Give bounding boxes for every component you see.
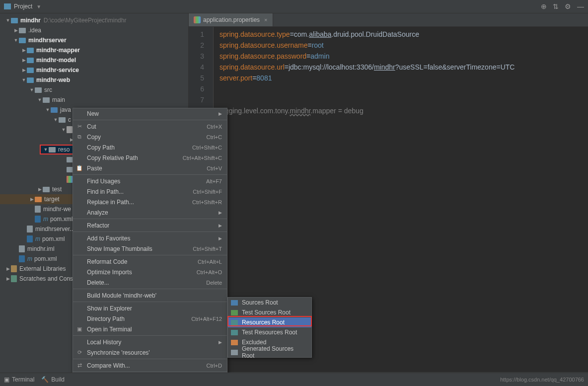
- folder-icon: [231, 320, 238, 325]
- tree-item-src[interactable]: src: [0, 85, 188, 95]
- tree-item-main[interactable]: main: [0, 95, 188, 105]
- menu-show-img[interactable]: Show Image ThumbnailsCtrl+Shift+T: [73, 243, 227, 254]
- tree-item-service[interactable]: mindhr-service: [0, 65, 188, 75]
- menu-refactor[interactable]: Refactor▶: [73, 220, 227, 231]
- collapse-icon[interactable]: ⇅: [553, 2, 559, 10]
- menu-local-history[interactable]: Local History▶: [73, 337, 227, 347]
- folder-icon: [231, 340, 238, 345]
- tab-label: application.properties: [203, 16, 260, 23]
- submenu-generated-sources[interactable]: Generated Sources Root: [228, 347, 311, 357]
- terminal-icon: ▣: [4, 376, 9, 383]
- menu-copy-path[interactable]: Copy PathCtrl+Shift+C: [73, 142, 227, 153]
- scissors-icon: ✂: [76, 123, 83, 130]
- folder-icon: [231, 350, 238, 355]
- folder-icon: [231, 300, 238, 306]
- hammer-icon: 🔨: [41, 376, 49, 383]
- menu-cut[interactable]: ✂CutCtrl+X: [73, 121, 227, 132]
- menu-replace-in-path[interactable]: Replace in Path...Ctrl+Shift+R: [73, 197, 227, 207]
- menu-compare[interactable]: ⇄Compare With...Ctrl+D: [73, 360, 227, 371]
- terminal-button[interactable]: ▣Terminal: [4, 376, 34, 383]
- project-icon: [4, 3, 11, 9]
- folder-icon: [231, 310, 238, 315]
- properties-file-icon: [194, 16, 201, 23]
- context-menu: New▶ ✂CutCtrl+X ⧉CopyCtrl+C Copy PathCtr…: [73, 108, 227, 386]
- menu-sync[interactable]: ⟳Synchronize 'resources': [73, 347, 227, 358]
- mark-directory-submenu: Sources Root Test Sources Root Resources…: [227, 297, 312, 358]
- editor-tab-bar: application.properties ×: [189, 13, 588, 27]
- menu-add-fav[interactable]: Add to Favorites▶: [73, 233, 227, 243]
- menu-show-explorer[interactable]: Show in Explorer: [73, 303, 227, 313]
- menu-reformat[interactable]: Reformat CodeCtrl+Alt+L: [73, 256, 227, 267]
- menu-find-in-path[interactable]: Find in Path...Ctrl+Shift+F: [73, 186, 227, 197]
- menu-find-usages[interactable]: Find UsagesAlt+F7: [73, 176, 227, 186]
- menu-analyze[interactable]: Analyze▶: [73, 207, 227, 218]
- target-icon[interactable]: ⊕: [541, 2, 547, 10]
- compare-icon: ⇄: [76, 362, 83, 369]
- menu-build-module[interactable]: Build Module 'mindhr-web': [73, 290, 227, 301]
- editor-tab[interactable]: application.properties ×: [189, 13, 273, 26]
- sync-icon: ⟳: [76, 349, 83, 356]
- menu-copy[interactable]: ⧉CopyCtrl+C: [73, 132, 227, 142]
- menu-delete[interactable]: Delete...Delete: [73, 277, 227, 288]
- tree-item-model[interactable]: mindhr-model: [0, 55, 188, 65]
- menu-optimize[interactable]: Optimize ImportsCtrl+Alt+O: [73, 267, 227, 277]
- watermark-text: https://blog.csdn.net/qq_42700766: [500, 377, 584, 383]
- tree-root[interactable]: mindhrD:\code\MyGiteeProject\mindhr: [0, 15, 188, 25]
- project-tool-header: Project ▼ ⊕ ⇅ ⚙ —: [0, 0, 588, 13]
- menu-open-terminal[interactable]: ▣Open in Terminal: [73, 324, 227, 334]
- tree-item-idea[interactable]: .idea: [0, 25, 188, 35]
- folder-icon: [231, 330, 238, 335]
- submenu-test-resources-root[interactable]: Test Resources Root: [228, 327, 311, 337]
- tree-item-web[interactable]: mindhr-web: [0, 75, 188, 85]
- tree-item-server[interactable]: mindhrserver: [0, 35, 188, 45]
- minimize-icon[interactable]: —: [577, 2, 584, 10]
- menu-paste[interactable]: 📋PasteCtrl+V: [73, 163, 227, 173]
- menu-copy-rel[interactable]: Copy Relative PathCtrl+Alt+Shift+C: [73, 153, 227, 163]
- tree-item-resources[interactable]: reso: [40, 145, 74, 154]
- project-label[interactable]: Project: [14, 3, 32, 10]
- gear-icon[interactable]: ⚙: [565, 2, 571, 10]
- menu-new[interactable]: New▶: [73, 108, 227, 119]
- chevron-down-icon[interactable]: ▼: [36, 4, 41, 9]
- paste-icon: 📋: [76, 165, 83, 172]
- submenu-test-sources-root[interactable]: Test Sources Root: [228, 308, 311, 317]
- menu-dir-path[interactable]: Directory PathCtrl+Alt+F12: [73, 313, 227, 324]
- close-icon[interactable]: ×: [264, 17, 267, 23]
- status-bar: ▣Terminal 🔨Build https://blog.csdn.net/q…: [0, 373, 588, 386]
- build-button[interactable]: 🔨Build: [41, 376, 65, 383]
- submenu-sources-root[interactable]: Sources Root: [228, 298, 311, 308]
- tree-item-mapper[interactable]: mindhr-mapper: [0, 45, 188, 55]
- terminal-icon: ▣: [76, 326, 83, 333]
- copy-icon: ⧉: [76, 134, 83, 141]
- submenu-resources-root[interactable]: Resources Root: [228, 317, 311, 327]
